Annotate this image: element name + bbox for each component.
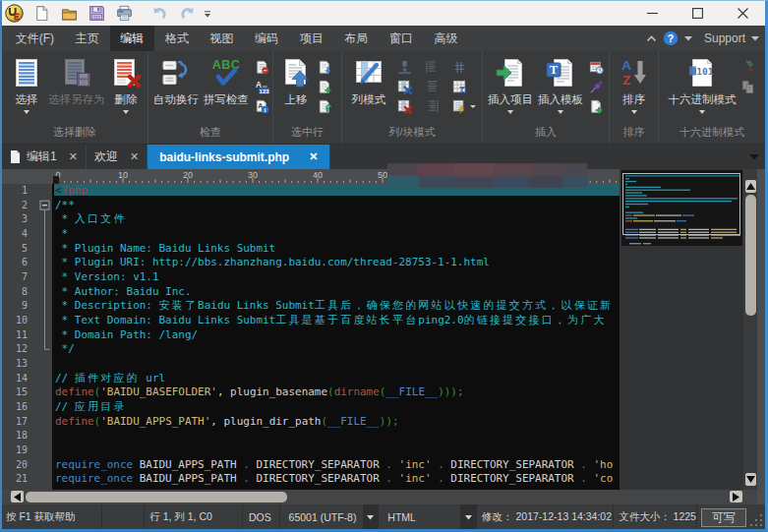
tab-编辑1[interactable]: 编辑1✕	[2, 145, 87, 169]
resize-grip[interactable]	[749, 504, 765, 530]
encoding-dropdown-button[interactable]	[363, 504, 380, 530]
scroll-right-button[interactable]	[730, 491, 742, 502]
code-line-10[interactable]: * Text Domain: Baidu Links Submit工具是基于百度…	[52, 314, 620, 328]
duplicate-line-button[interactable]	[316, 79, 333, 95]
word-count-button[interactable]	[253, 59, 270, 76]
tab-list-dropdown-button[interactable]	[743, 145, 765, 169]
insert-column-button[interactable]	[395, 59, 413, 76]
code-line-12[interactable]: */	[52, 342, 620, 357]
insert-datetime-button[interactable]	[587, 59, 605, 76]
code-line-9[interactable]: * Description: 安装了Baidu Links Submit工具后，…	[52, 299, 620, 314]
code-line-18[interactable]	[52, 429, 620, 443]
status-syntax[interactable]: HTML	[379, 504, 460, 530]
help-dropdown-icon[interactable]	[684, 36, 692, 41]
code-line-2[interactable]: /**	[52, 199, 620, 213]
delete-button[interactable]: 删除	[106, 54, 146, 114]
code-line-15[interactable]: define('BAIDU_BASEFOLDER', plugin_basena…	[52, 385, 620, 400]
code-line-8[interactable]: * Author: Baidu Inc.	[52, 285, 620, 300]
menu-item-编辑[interactable]: 编辑	[110, 26, 155, 51]
document-info-button[interactable]: Ai	[253, 98, 270, 115]
insert-template-button[interactable]: T 插入模板	[536, 54, 585, 114]
move-down-button[interactable]	[316, 59, 333, 76]
help-icon[interactable]: ?	[663, 30, 679, 46]
undo-button[interactable]	[146, 3, 173, 25]
tab-欢迎[interactable]: 欢迎✕	[87, 145, 148, 169]
code-line-14[interactable]: // 插件对应的 url	[52, 372, 620, 386]
menu-item-布局[interactable]: 布局	[333, 26, 379, 51]
code-line-21[interactable]: require_once BAIDU_APPS_PATH . DIRECTORY…	[52, 472, 620, 487]
insert-item-button[interactable]: 插入项目	[485, 54, 536, 114]
sum-column-button[interactable]	[450, 79, 468, 95]
scroll-up-button[interactable]	[745, 180, 756, 193]
code-editor[interactable]: 123456789101112131415161718192021 <?php/…	[2, 184, 620, 490]
vertical-scroll-thumb[interactable]	[745, 195, 756, 316]
code-line-17[interactable]: define('BAIDU_APPS_PATH', plugin_dir_pat…	[52, 415, 620, 430]
move-up-button[interactable]: 上移	[277, 54, 315, 114]
character-count-button[interactable]: A123	[253, 79, 270, 95]
tab-baidu-links-submit.php[interactable]: baidu-links-submit.php✕	[148, 145, 330, 169]
scroll-left-button[interactable]	[11, 491, 24, 502]
tab-close-icon[interactable]: ✕	[309, 150, 318, 163]
hex-mode-button[interactable]: 0101 十六进制模式	[666, 54, 738, 114]
spell-check-button[interactable]: ABC 拼写检查	[202, 54, 251, 114]
color-picker-button[interactable]	[587, 79, 605, 95]
insert-number-button[interactable]	[450, 59, 468, 76]
cut-column-button[interactable]	[395, 79, 413, 95]
maximize-button[interactable]	[675, 1, 720, 26]
code-line-7[interactable]: * Version: v1.1	[52, 270, 620, 285]
syntax-dropdown-button[interactable]	[460, 504, 477, 530]
status-line-ending[interactable]: DOS	[243, 504, 280, 530]
code-line-16[interactable]: // 应用目录	[52, 400, 620, 415]
menu-item-高级[interactable]: 高级	[424, 26, 469, 51]
collapse-ribbon-icon[interactable]	[646, 34, 657, 42]
support-menu[interactable]: Support	[704, 31, 745, 45]
select-button[interactable]: 选择	[6, 54, 47, 114]
menu-item-视图[interactable]: 视图	[200, 26, 245, 51]
code-line-6[interactable]: * Plugin URI: http://bbs.zhanzhang.baidu…	[52, 256, 620, 270]
horizontal-scrollbar[interactable]	[2, 490, 757, 504]
menu-item-格式[interactable]: 格式	[154, 26, 200, 51]
right-justify-button[interactable]	[423, 98, 441, 115]
tab-close-icon[interactable]: ✕	[69, 150, 78, 163]
code-line-4[interactable]: *	[52, 227, 620, 242]
delete-column-button[interactable]	[395, 98, 413, 115]
word-wrap-button[interactable]: 自动换行	[150, 54, 202, 114]
code-line-19[interactable]	[52, 443, 620, 458]
center-justify-button[interactable]	[423, 79, 441, 95]
code-line-5[interactable]: * Plugin Name: Baidu Links Submit	[52, 242, 620, 257]
open-folder-button[interactable]	[55, 3, 83, 25]
minimize-button[interactable]	[629, 1, 675, 26]
print-button[interactable]	[110, 3, 138, 25]
tab-close-icon[interactable]: ✕	[130, 150, 139, 163]
hex-insert-delete-button[interactable]	[738, 59, 756, 76]
menu-item-项目[interactable]: 项目	[289, 26, 334, 51]
code-line-20[interactable]: require_once BAIDU_APPS_PATH . DIRECTORY…	[52, 458, 620, 473]
save-selection-as-button[interactable]: 选择另存为	[49, 54, 104, 114]
join-lines-button[interactable]	[316, 98, 333, 115]
document-map-panel[interactable]	[620, 169, 743, 490]
menu-item-编码[interactable]: 编码	[244, 26, 289, 51]
redo-button[interactable]	[173, 3, 201, 25]
new-file-button[interactable]	[28, 3, 55, 25]
insert-file-button[interactable]	[587, 98, 605, 115]
vertical-scrollbar[interactable]	[743, 169, 757, 490]
qat-customize-dropdown[interactable]	[201, 3, 214, 25]
status-encoding[interactable]: 65001 (UTF-8)	[280, 504, 363, 530]
writable-badge[interactable]: 可写	[701, 508, 746, 527]
sort-button[interactable]: AZ 排序	[613, 54, 656, 114]
code-line-11[interactable]: * Domain Path: /lang/	[52, 328, 620, 343]
menu-item-文件(F)[interactable]: 文件(F)	[5, 26, 65, 51]
code-line-3[interactable]: * 入口文件	[52, 212, 620, 227]
menu-item-窗口[interactable]: 窗口	[379, 26, 424, 51]
close-button[interactable]	[720, 1, 765, 26]
code-text-area[interactable]: <?php/** * 入口文件 * * Plugin Name: Baidu L…	[52, 184, 620, 490]
column-convert-button[interactable]	[450, 98, 468, 115]
save-button[interactable]	[83, 3, 110, 25]
left-justify-button[interactable]	[423, 59, 441, 76]
support-dropdown-icon[interactable]	[751, 36, 759, 41]
hex-copy-button[interactable]	[738, 79, 756, 95]
menu-item-主页[interactable]: 主页	[65, 26, 110, 51]
column-mode-button[interactable]: 列模式	[345, 54, 392, 114]
scroll-down-button[interactable]	[745, 473, 756, 486]
code-line-13[interactable]	[52, 357, 620, 372]
